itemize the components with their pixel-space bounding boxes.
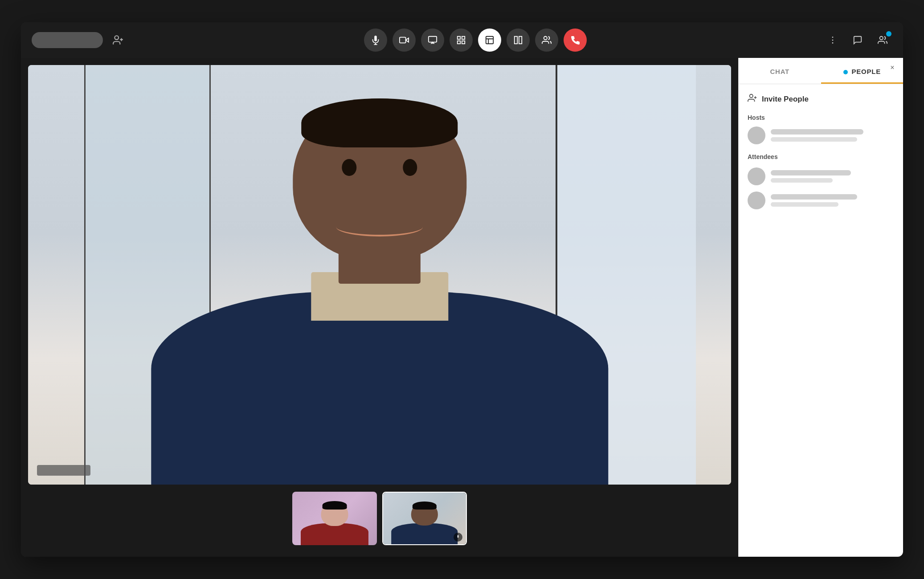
toolbar-center: [135, 29, 816, 52]
svg-marker-5: [406, 38, 409, 42]
left-eye: [342, 159, 356, 176]
grid-view-button[interactable]: [450, 29, 473, 52]
people-tab-dot: [843, 70, 848, 74]
app-window: CHAT PEOPLE ×: [21, 22, 903, 557]
svg-rect-16: [515, 37, 517, 44]
host1-avatar: [748, 126, 765, 144]
thumb2-head: [411, 502, 438, 526]
main-person: [151, 98, 608, 485]
invite-title: Invite People: [762, 95, 809, 104]
attendee1-avatar: [748, 167, 765, 185]
chat-icon: [853, 35, 863, 45]
svg-point-18: [544, 37, 547, 40]
speaker-name-tag: [37, 465, 90, 476]
share-screen-button[interactable]: [421, 29, 444, 52]
thumb2-hair: [413, 502, 437, 510]
thumb1-person: [301, 497, 368, 545]
hosts-label: Hosts: [748, 114, 894, 121]
person-eyes: [319, 155, 441, 180]
video-area: [21, 58, 738, 557]
svg-point-21: [832, 42, 834, 44]
host1-role-bar: [771, 137, 857, 142]
attendee-item-1: [748, 167, 894, 185]
layout-button[interactable]: [478, 29, 501, 52]
attendee1-info: [771, 170, 894, 183]
svg-rect-13: [486, 37, 494, 44]
attendee2-info: [771, 194, 894, 207]
attendee2-name-bar: [771, 194, 857, 200]
tab-chat[interactable]: CHAT: [739, 58, 821, 84]
thumb1-hair: [323, 501, 347, 510]
invite-header: Invite People: [748, 93, 894, 105]
share-screen-icon: [428, 35, 437, 45]
thumb1-head: [321, 502, 348, 526]
thumbnail-1[interactable]: [292, 492, 377, 545]
svg-point-19: [832, 37, 834, 38]
people-panel-button[interactable]: [873, 30, 892, 50]
thumb2-shirt: [392, 523, 458, 544]
close-panel-button[interactable]: ×: [887, 62, 898, 73]
person-head: [293, 98, 466, 261]
microphone-icon: [371, 35, 380, 45]
svg-rect-9: [458, 37, 460, 39]
notification-badge: [886, 31, 891, 37]
more-options-button[interactable]: [823, 30, 842, 50]
thumb1-shirt: [301, 523, 368, 545]
person-hair: [302, 98, 458, 147]
svg-point-23: [750, 94, 753, 98]
layout-icon: [485, 35, 495, 45]
svg-rect-12: [462, 41, 465, 44]
panel-body: Invite People Hosts Attendees: [739, 84, 903, 557]
main-video: [28, 65, 731, 485]
attendee2-avatar: [748, 192, 765, 209]
main-content: CHAT PEOPLE ×: [21, 58, 903, 557]
camera-icon: [399, 35, 409, 45]
close-icon: ×: [890, 64, 894, 72]
grid2-button[interactable]: [507, 29, 530, 52]
people-icon: [542, 35, 552, 45]
svg-rect-6: [400, 37, 406, 43]
thumb1-background: [292, 492, 377, 545]
camera-button[interactable]: [392, 29, 416, 52]
phone-end-icon: [570, 35, 581, 45]
svg-rect-7: [429, 37, 437, 42]
toolbar: [21, 22, 903, 58]
host-item-1: [748, 126, 894, 144]
mute-button[interactable]: [364, 29, 387, 52]
right-panel: CHAT PEOPLE ×: [738, 58, 903, 557]
attendee2-role-bar: [771, 202, 838, 207]
people-panel-icon: [878, 35, 887, 45]
thumbnail-2[interactable]: [382, 492, 467, 545]
invite-people-icon: [748, 93, 757, 105]
svg-point-20: [832, 40, 834, 41]
participants-button[interactable]: [535, 29, 558, 52]
thumb2-background: [383, 493, 466, 544]
panel-header: CHAT PEOPLE ×: [739, 58, 903, 84]
person-shirt: [151, 292, 608, 485]
toolbar-right: [823, 30, 892, 50]
grid-icon: [456, 35, 466, 45]
end-call-button[interactable]: [564, 29, 587, 52]
section-separator: Attendees: [748, 153, 894, 160]
mic-off-icon: [456, 535, 460, 539]
thumb2-person: [392, 498, 458, 544]
people-tab-label: PEOPLE: [852, 68, 881, 75]
host1-name-bar: [771, 129, 863, 135]
host1-info: [771, 129, 894, 142]
svg-rect-10: [462, 37, 465, 39]
svg-rect-17: [519, 37, 522, 44]
person-smile: [336, 217, 423, 236]
attendee1-role-bar: [771, 178, 833, 183]
attendee-item-2: [748, 192, 894, 209]
attendees-label: Attendees: [748, 153, 894, 160]
participants-icon-btn[interactable]: [108, 30, 128, 50]
group-add-icon: [748, 93, 757, 103]
main-video-inner: [28, 65, 731, 485]
chat-button[interactable]: [848, 30, 867, 50]
toolbar-left: [32, 30, 128, 50]
attendee1-name-bar: [771, 170, 851, 175]
svg-rect-11: [458, 41, 460, 44]
thumbnail-strip: [28, 492, 731, 550]
thumb2-mic-indicator: [454, 533, 462, 542]
more-options-icon: [828, 35, 838, 45]
